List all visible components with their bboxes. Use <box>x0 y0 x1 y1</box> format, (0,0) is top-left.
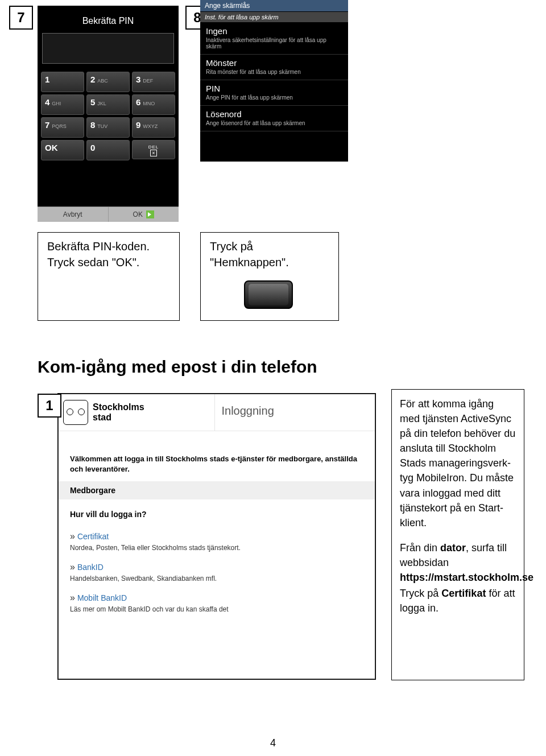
login-welcome-text: Välkommen att logga in till Stockholms s… <box>59 431 375 481</box>
key-2[interactable]: 2ABC <box>85 71 131 93</box>
key-4[interactable]: 4GHI <box>40 93 85 116</box>
instruction-step7: Bekräfta PIN-koden. Tryck sedan "OK". <box>38 232 180 321</box>
key-6[interactable]: 6MNO <box>131 93 176 116</box>
section-heading: Kom-igång med epost i din telefon <box>38 357 317 377</box>
keypad: 1 2ABC 3DEF 4GHI 5JKL 6MNO 7PQRS 8TUV 9W… <box>38 71 179 162</box>
chevron-right-icon: » <box>70 562 75 572</box>
chevron-right-icon: » <box>70 531 75 541</box>
screenshot-lock-options: Ange skärmlås Inst. för att låsa upp skä… <box>200 0 348 162</box>
ok-button[interactable]: OK <box>109 207 179 222</box>
lock-subheader: Inst. för att låsa upp skärm <box>200 12 348 23</box>
login-question: Hur vill du logga in? <box>59 499 375 521</box>
confirm-pin-title: Bekräfta PIN <box>38 6 179 31</box>
page-number: 4 <box>0 737 546 749</box>
key-1[interactable]: 1 <box>40 71 85 93</box>
lock-option-pattern[interactable]: MönsterRita mönster för att låsa upp skä… <box>200 55 348 80</box>
key-7[interactable]: 7PQRS <box>40 116 85 139</box>
login-method-sub: Läs mer om Mobilt BankID och var du kan … <box>70 605 363 613</box>
home-key-icon <box>244 280 293 309</box>
key-3[interactable]: 3DEF <box>131 71 176 93</box>
lock-option-password[interactable]: LösenordAnge lösenord för att låsa upp s… <box>200 106 348 131</box>
key-ok[interactable]: OK <box>40 139 85 162</box>
instruction-step8: Tryck på "Hemknappen". <box>200 232 339 321</box>
key-5[interactable]: 5JKL <box>85 93 131 116</box>
screenshot-confirm-pin: Bekräfta PIN 1 2ABC 3DEF 4GHI 5JKL 6MNO … <box>38 6 179 222</box>
login-method-mobilt-bankid[interactable]: »Mobilt BankID Läs mer om Mobilt BankID … <box>59 583 375 613</box>
lock-option-none[interactable]: IngenInaktivera säkerhetsinställningar f… <box>200 23 348 55</box>
lock-option-pin[interactable]: PINAnge PIN för att låsa upp skärmen <box>200 80 348 106</box>
stockholm-crest-icon <box>63 400 88 425</box>
key-del[interactable]: DEL× <box>131 139 176 162</box>
key-8[interactable]: 8TUV <box>85 116 131 139</box>
login-method-certifikat[interactable]: »Certifikat Nordea, Posten, Telia eller … <box>59 521 375 552</box>
stockholm-brand: Stockholms stad <box>59 394 214 431</box>
chevron-right-icon: » <box>70 593 75 602</box>
lock-header: Ange skärmlås <box>200 0 348 12</box>
screenshot-login-page: Stockholms stad Inloggning Välkommen att… <box>58 394 375 679</box>
instruction-step1: För att komma igång med tjänsten ActiveS… <box>391 389 524 680</box>
key-0[interactable]: 0 <box>85 139 131 162</box>
login-page-title: Inloggning <box>214 394 375 431</box>
login-category: Medborgare <box>59 481 375 499</box>
step-number-1: 1 <box>38 394 61 418</box>
pin-input[interactable] <box>42 33 174 64</box>
login-method-bankid[interactable]: »BankID Handelsbanken, Swedbank, Skandia… <box>59 552 375 583</box>
login-method-sub: Handelsbanken, Swedbank, Skandiabanken m… <box>70 575 363 583</box>
login-method-sub: Nordea, Posten, Telia eller Stockholms s… <box>70 544 363 552</box>
step-number-7: 7 <box>9 6 33 30</box>
arrow-right-icon <box>146 210 154 218</box>
key-9[interactable]: 9WXYZ <box>131 116 176 139</box>
cancel-button[interactable]: Avbryt <box>38 207 109 222</box>
